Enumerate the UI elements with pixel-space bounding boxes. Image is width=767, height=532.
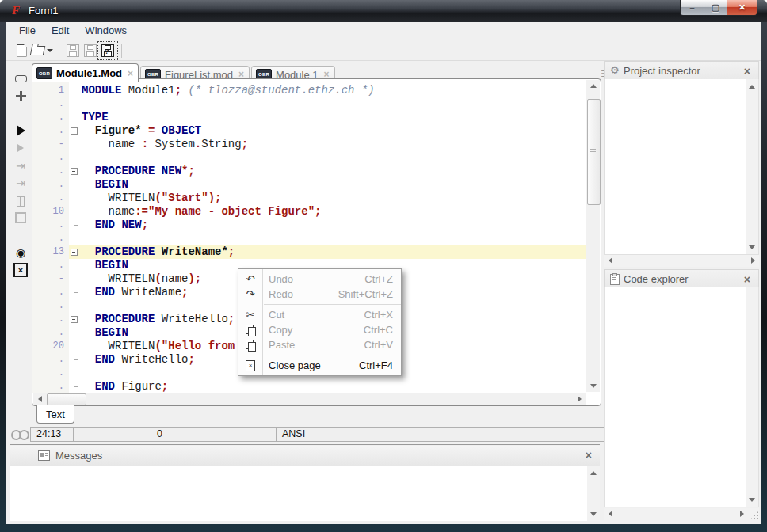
code-line[interactable]: . (32, 232, 586, 245)
stop-button[interactable] (11, 209, 30, 226)
context-menu-item-close-page[interactable]: ×Close pageCtrl+F4 (238, 358, 401, 373)
code-line[interactable]: . Figure* = OBJECT (32, 124, 586, 138)
code-line[interactable]: - name : System.String; (32, 138, 586, 151)
fold-line (70, 151, 79, 165)
context-menu-item-paste[interactable]: PasteCtrl+V (238, 337, 401, 352)
vertical-scroll-thumb[interactable] (587, 99, 601, 205)
editor-view-tab-text[interactable]: Text (36, 405, 74, 424)
run-button[interactable] (11, 122, 30, 139)
code-line[interactable]: 10 name:="My name - object Figure"; (32, 205, 586, 218)
maximize-button[interactable]: ▢ (704, 0, 727, 16)
scroll-right-button[interactable] (746, 255, 759, 266)
code-line[interactable]: . BEGIN (32, 178, 586, 192)
scroll-up-button[interactable] (586, 80, 600, 92)
project-inspector-content[interactable] (604, 79, 759, 255)
code-line[interactable]: 13 PROCEDURE WriteName*; (32, 245, 586, 259)
scroll-left-button[interactable] (604, 508, 616, 519)
code-line[interactable]: . PROCEDURE NEW*; (32, 165, 586, 178)
record-button[interactable]: ◉ (11, 244, 30, 261)
toolbar-separator (121, 44, 122, 58)
code-text: TYPE (82, 111, 109, 124)
breakpoint-bar-button[interactable] (11, 70, 30, 87)
scroll-down-button[interactable] (746, 494, 758, 505)
tab-close-icon[interactable]: × (238, 70, 244, 78)
code-explorer-title: Code explorer (624, 273, 689, 285)
code-explorer-close-icon[interactable]: × (744, 273, 750, 286)
fold-line (70, 272, 79, 286)
menu-item-shortcut: Shift+Ctrl+Z (338, 288, 393, 300)
code-line[interactable]: . WRITELN("Start"); (32, 192, 586, 205)
code-line[interactable]: 1MODULE Module1; (* tlozza@student.ethz.… (32, 84, 586, 97)
code-line[interactable]: . END NEW; (32, 218, 586, 232)
code-explorer-content[interactable] (604, 287, 759, 507)
fold-toggle-icon[interactable] (70, 165, 79, 178)
title-bar[interactable]: F Form1 – ▢ ✕ (0, 0, 767, 22)
fold-toggle-icon[interactable] (70, 313, 79, 326)
messages-close-icon[interactable]: × (586, 449, 592, 462)
resize-grip[interactable] (750, 511, 758, 519)
code-line[interactable]: . (32, 151, 586, 165)
binoculars-icon[interactable] (11, 429, 29, 439)
pause-button[interactable] (11, 192, 30, 209)
fold-toggle-icon[interactable] (70, 124, 79, 138)
scroll-down-button[interactable] (587, 508, 600, 519)
code-text: WRITELN(name); (82, 272, 201, 286)
tab-close-icon[interactable]: × (324, 70, 330, 78)
project-inspector-hscrollbar[interactable] (604, 255, 759, 267)
context-menu-item-copy[interactable]: CopyCtrl+C (238, 322, 401, 337)
scroll-down-button[interactable] (586, 380, 600, 392)
scroll-up-button[interactable] (746, 81, 758, 92)
scroll-left-button[interactable] (33, 393, 47, 405)
editor-vertical-scrollbar[interactable] (586, 80, 600, 392)
scroll-left-button[interactable] (604, 255, 616, 266)
step-into-button[interactable]: ⇥ (11, 157, 30, 174)
close-page-icon: × (246, 360, 255, 371)
run-to-cursor-button[interactable] (11, 139, 30, 157)
code-line[interactable]: .TYPE (32, 111, 586, 124)
line-number: 13 (32, 246, 64, 257)
menu-item-edit[interactable]: Edit (44, 22, 77, 40)
tab-module1.mod[interactable]: OBRModule1.Mod× (32, 63, 139, 82)
messages-header[interactable]: Messages × (10, 446, 600, 466)
code-text: name : System.String; (82, 138, 248, 151)
scroll-right-button[interactable] (573, 393, 586, 405)
code-line[interactable]: . END Figure; (32, 380, 586, 393)
messages-scrollbar[interactable] (587, 466, 600, 521)
code-line[interactable]: . (32, 97, 586, 111)
scroll-down-button[interactable] (746, 241, 758, 253)
stop-icon (15, 212, 26, 223)
context-menu-item-redo[interactable]: ↷RedoShift+Ctrl+Z (238, 287, 401, 302)
code-explorer-header[interactable]: Code explorer × (604, 269, 759, 289)
code-text: BEGIN (82, 178, 128, 192)
save-button[interactable] (64, 43, 82, 59)
fold-toggle-icon[interactable] (70, 245, 79, 259)
close-button[interactable]: ✕ (727, 0, 757, 16)
messages-content[interactable] (10, 466, 600, 521)
code-text: MODULE Module1; (* tlozza@student.ethz.c… (82, 84, 375, 97)
save-as-button[interactable]: ? (99, 43, 116, 59)
context-menu-item-cut[interactable]: ✂CutCtrl+X (238, 307, 401, 322)
tab-close-icon[interactable]: × (128, 70, 133, 78)
scroll-right-button[interactable] (735, 508, 748, 519)
open-file-button[interactable] (30, 43, 54, 59)
code-explorer-vscrollbar[interactable] (746, 287, 758, 507)
new-file-button[interactable] (13, 43, 30, 59)
menu-item-file[interactable]: File (11, 22, 44, 40)
project-inspector-vscrollbar[interactable] (746, 79, 758, 254)
chevron-down-icon[interactable] (47, 49, 53, 52)
context-menu-item-undo[interactable]: ↶UndoCtrl+Z (238, 272, 401, 287)
project-inspector-header[interactable]: ⚙ Project inspector × (604, 61, 759, 81)
editor-horizontal-scrollbar[interactable] (33, 393, 586, 405)
step-over-button[interactable]: ⇥ (11, 174, 30, 192)
horizontal-scroll-thumb[interactable] (47, 393, 86, 405)
menu-item-windows[interactable]: Windows (77, 22, 135, 40)
menu-item-shortcut: Ctrl+F4 (359, 359, 393, 371)
minimize-button[interactable]: – (680, 0, 704, 16)
scroll-up-button[interactable] (587, 467, 600, 478)
code-text: END NEW; (82, 218, 148, 232)
code-explorer-hscrollbar[interactable] (604, 508, 759, 520)
abort-button[interactable]: × (11, 261, 30, 279)
project-inspector-close-icon[interactable]: × (744, 65, 750, 78)
save-all-button[interactable] (82, 43, 99, 59)
add-watch-button[interactable] (11, 87, 30, 104)
